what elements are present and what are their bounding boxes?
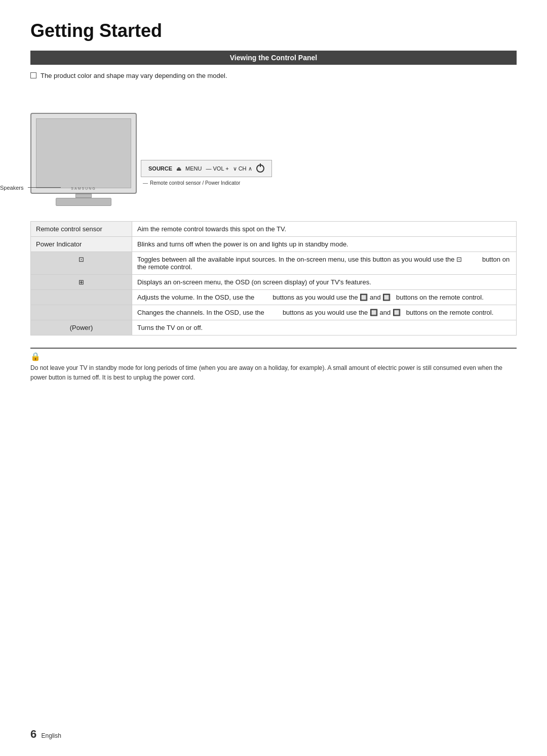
controls-box: SOURCE ⏏ MENU — VOL + ∨ CH ∧: [141, 160, 272, 177]
speakers-label: Speakers: [0, 185, 23, 191]
source-icon: ⏏: [176, 165, 181, 172]
ch-label: ∨ CH ∧: [233, 165, 252, 172]
menu-label: MENU: [185, 165, 202, 172]
table-row: (Power) Turns the TV on or off.: [31, 320, 517, 335]
table-row: Adjusts the volume. In the OSD, use the …: [31, 290, 517, 305]
tv-stand-neck: [75, 194, 92, 198]
table-row: Remote control sensor Aim the remote con…: [31, 222, 517, 237]
table-row: ⊡ Toggles between all the available inpu…: [31, 252, 517, 275]
table-desc-cell: Adjusts the volume. In the OSD, use the …: [132, 290, 517, 305]
tv-brand-label: SAMSUNG: [71, 187, 96, 190]
table-label-cell: Power Indicator: [31, 237, 132, 252]
table-icon-cell: (Power): [31, 320, 132, 335]
table-icon-cell: ⊞: [31, 275, 132, 290]
table-row: Power Indicator Blinks and turns off whe…: [31, 237, 517, 252]
note-line-text: The product color and shape may vary dep…: [41, 72, 227, 79]
tv-screen: [36, 118, 131, 188]
tv-stand-foot: [56, 198, 111, 206]
table-icon-cell: ⊡: [31, 252, 132, 275]
section-header: Viewing the Control Panel: [30, 51, 517, 65]
note-line: The product color and shape may vary dep…: [30, 72, 517, 79]
sensor-annotation: Remote control sensor / Power Indicator: [143, 180, 272, 186]
table-label-cell: Remote control sensor: [31, 222, 132, 237]
speakers-line: [28, 187, 61, 188]
checkbox-icon: [30, 72, 36, 78]
source-label: SOURCE: [148, 165, 172, 172]
page-title: Getting Started: [30, 20, 517, 41]
table-desc-cell: Changes the channels. In the OSD, use th…: [132, 305, 517, 320]
note-section: 🔒 Do not leave your TV in standby mode f…: [30, 348, 517, 383]
tv-illustration: SAMSUNG Speakers: [30, 113, 137, 206]
table-row: ⊞ Displays an on-screen menu, the OSD (o…: [31, 275, 517, 290]
table-desc-cell: Blinks and turns off when the power is o…: [132, 237, 517, 252]
language-label: English: [42, 732, 61, 739]
power-button-icon: [256, 164, 264, 173]
table-icon-cell: [31, 305, 132, 320]
table-desc-cell: Displays an on-screen menu, the OSD (on …: [132, 275, 517, 290]
table-row: Changes the channels. In the OSD, use th…: [31, 305, 517, 320]
table-icon-cell: [31, 290, 132, 305]
table-desc-cell: Aim the remote control towards this spot…: [132, 222, 517, 237]
diagram-area: SAMSUNG Speakers SOURCE ⏏ MENU — VOL + ∨…: [30, 90, 517, 206]
controls-side: SOURCE ⏏ MENU — VOL + ∨ CH ∧ Remote cont…: [141, 160, 272, 186]
footer: 6 English: [30, 728, 61, 741]
tv-body: SAMSUNG: [30, 113, 137, 194]
note-text: Do not leave your TV in standby mode for…: [30, 363, 517, 383]
note-icon: 🔒: [30, 352, 517, 361]
features-table: Remote control sensor Aim the remote con…: [30, 221, 517, 335]
page-number: 6: [30, 728, 36, 741]
table-desc-cell: Toggles between all the available input …: [132, 252, 517, 275]
table-desc-cell: Turns the TV on or off.: [132, 320, 517, 335]
vol-label: — VOL +: [206, 165, 228, 172]
